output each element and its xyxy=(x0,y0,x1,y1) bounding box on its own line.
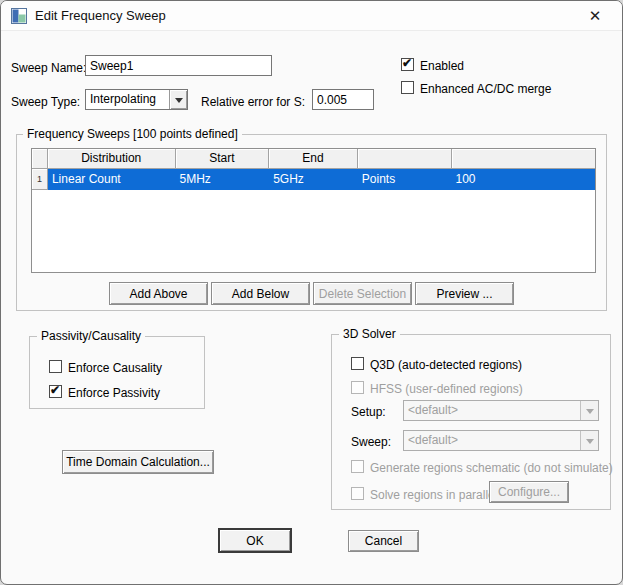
sweep-name-input[interactable] xyxy=(85,55,272,76)
cancel-button[interactable]: Cancel xyxy=(348,530,419,552)
ok-button[interactable]: OK xyxy=(218,528,292,553)
header-cell-start[interactable]: Start xyxy=(176,149,270,169)
enforce-causality-label: Enforce Causality xyxy=(68,361,162,375)
enabled-checkbox[interactable] xyxy=(401,58,414,71)
sweep-dropdown: <default> xyxy=(403,430,599,451)
relative-error-input[interactable] xyxy=(312,89,374,110)
cell-start[interactable]: 5MHz xyxy=(175,169,269,190)
generate-regions-label: Generate regions schematic (do not simul… xyxy=(370,461,613,475)
hfss-label: HFSS (user-defined regions) xyxy=(370,382,523,396)
generate-regions-checkbox xyxy=(351,460,364,473)
sweep-value: <default> xyxy=(404,431,580,450)
solve-parallel-label: Solve regions in parallel xyxy=(370,488,497,502)
setup-dropdown: <default> xyxy=(403,400,599,421)
passivity-causality-legend: Passivity/Causality xyxy=(37,329,145,343)
header-cell-end[interactable]: End xyxy=(269,149,358,169)
cell-count-type[interactable]: Points xyxy=(358,169,452,190)
sweep-label: Sweep: xyxy=(351,435,391,449)
configure-button: Configure... xyxy=(489,481,569,503)
chevron-down-icon xyxy=(580,431,598,450)
chevron-down-icon xyxy=(580,401,598,420)
titlebar: Edit Frequency Sweep ✕ xyxy=(1,1,622,31)
enabled-label: Enabled xyxy=(420,59,464,73)
header-cell-blank1[interactable] xyxy=(358,149,452,169)
header-cell-distribution[interactable]: Distribution xyxy=(48,149,176,169)
add-above-button[interactable]: Add Above xyxy=(109,282,208,305)
close-icon[interactable]: ✕ xyxy=(578,1,612,30)
solver-3d-legend: 3D Solver xyxy=(339,327,400,341)
app-icon xyxy=(11,8,27,24)
cell-distribution[interactable]: Linear Count xyxy=(48,169,176,190)
dialog-title: Edit Frequency Sweep xyxy=(35,1,166,30)
table-row[interactable]: 1 Linear Count 5MHz 5GHz Points 100 xyxy=(32,169,595,190)
q3d-checkbox[interactable] xyxy=(351,357,364,370)
preview-button[interactable]: Preview ... xyxy=(415,282,514,305)
chevron-down-icon[interactable] xyxy=(169,90,187,109)
sweep-type-label: Sweep Type: xyxy=(11,95,80,109)
enforce-passivity-label: Enforce Passivity xyxy=(68,386,160,400)
relative-error-label: Relative error for S: xyxy=(201,95,305,109)
time-domain-calculation-button[interactable]: Time Domain Calculation... xyxy=(62,450,214,474)
setup-label: Setup: xyxy=(351,405,386,419)
add-below-button[interactable]: Add Below xyxy=(211,282,310,305)
enforce-passivity-checkbox[interactable] xyxy=(49,385,62,398)
frequency-sweeps-legend: Frequency Sweeps [100 points defined] xyxy=(23,127,242,141)
solve-parallel-checkbox xyxy=(351,487,364,500)
header-cell-rownum xyxy=(32,149,48,169)
enhanced-merge-checkbox[interactable] xyxy=(401,81,414,94)
row-number: 1 xyxy=(32,169,48,190)
header-cell-blank2[interactable] xyxy=(452,149,595,169)
sweep-name-label: Sweep Name: xyxy=(11,61,86,75)
cell-count-value[interactable]: 100 xyxy=(452,169,595,190)
enhanced-merge-label: Enhanced AC/DC merge xyxy=(420,82,551,96)
setup-value: <default> xyxy=(404,401,580,420)
edit-frequency-sweep-dialog: Edit Frequency Sweep ✕ Sweep Name: Enabl… xyxy=(0,0,623,585)
sweep-type-dropdown[interactable]: Interpolating xyxy=(85,89,188,110)
enforce-causality-checkbox[interactable] xyxy=(49,360,62,373)
q3d-label: Q3D (auto-detected regions) xyxy=(370,358,522,372)
frequency-sweeps-table[interactable]: Distribution Start End 1 Linear Count 5M… xyxy=(31,148,596,273)
cell-end[interactable]: 5GHz xyxy=(269,169,358,190)
hfss-checkbox xyxy=(351,381,364,394)
table-header-row: Distribution Start End xyxy=(32,149,595,169)
delete-selection-button: Delete Selection xyxy=(313,282,412,305)
sweep-type-value: Interpolating xyxy=(86,90,169,109)
